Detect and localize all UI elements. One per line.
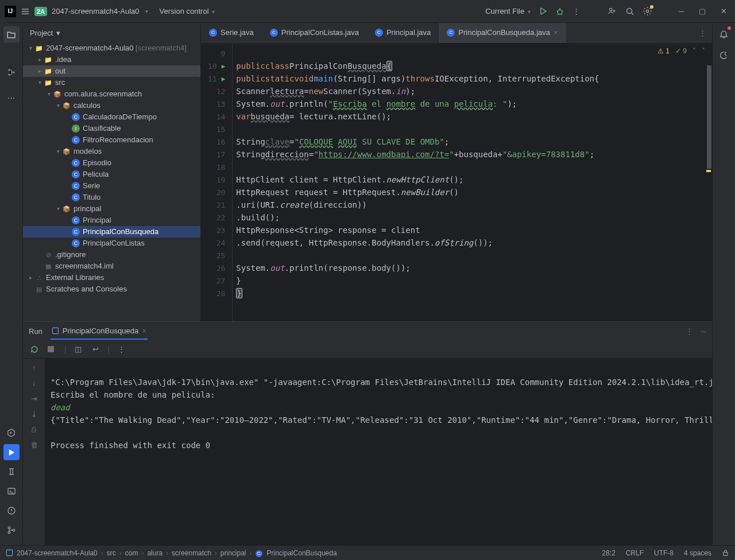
close-icon[interactable]: × [142,326,146,335]
line-separator[interactable]: CRLF [626,549,644,557]
tree-serie[interactable]: CSerie [23,180,200,192]
maximize-button[interactable]: ▢ [695,5,709,18]
trash-icon[interactable]: 🗑 [30,441,38,449]
run-file-tab[interactable]: PrincipalConBusqueda × [51,323,148,340]
tree-principal-listas[interactable]: CPrincipalConListas [23,238,200,249]
rerun-icon[interactable] [30,345,40,354]
main-menu-icon[interactable] [21,7,30,16]
tree-iml[interactable]: ▦screenmatch4.iml [23,260,200,272]
more-icon[interactable]: ⋮ [117,345,127,353]
structure-tool-icon[interactable] [3,64,20,80]
titlebar: IJ 2A 2047-screenmatch4-Aula0 ▾ Version … [0,0,735,23]
exit-icon[interactable]: ↩ [90,345,100,353]
project-tool-icon[interactable] [3,26,20,42]
problems-tool-icon[interactable] [3,503,20,519]
inspection-badges[interactable]: ⚠ 1 ✓ 9 ˄ ˅ [657,47,705,55]
tree-clasificable[interactable]: IClasificable [23,123,200,134]
crumb[interactable]: principal [220,549,246,557]
svg-point-1 [609,8,612,11]
project-tree[interactable]: ▾📁2047-screenmatch4-Aula0 [screenmatch4]… [23,42,200,321]
up-icon[interactable]: ↑ [32,363,36,372]
warning-badge[interactable]: ⚠ 1 [657,47,670,55]
tab-listas[interactable]: CPrincipalConListas.java [262,23,367,43]
settings-icon[interactable] [643,6,652,16]
vcs-menu[interactable]: Version control ▾ [160,7,215,15]
tree-titulo[interactable]: CTitulo [23,192,200,203]
run-tool-icon[interactable] [3,444,20,460]
minimize-button[interactable]: ─ [675,5,687,18]
tree-root[interactable]: ▾📁2047-screenmatch4-Aula0 [screenmatch4] [23,42,200,54]
run-output[interactable]: "C:\Program Files\Java\jdk-17\bin\java.e… [45,359,712,545]
run-gutter-icon[interactable]: ▶ [222,63,226,70]
ai-assist-icon[interactable] [716,47,732,63]
debug-icon[interactable] [555,7,564,16]
crumb[interactable]: alura [147,549,163,557]
chevron-down-icon[interactable]: ▾ [145,8,148,14]
hide-panel-icon[interactable]: ─ [701,327,706,336]
editor-tabs: CSerie.java CPrincipalConListas.java CPr… [201,23,712,44]
stop-icon[interactable] [47,345,57,353]
close-icon[interactable]: × [554,28,558,37]
run-gutter-icon[interactable]: ▶ [222,75,226,83]
tree-src[interactable]: ▾📁src [23,77,200,88]
scroll-end-icon[interactable]: ⤓ [31,410,37,418]
indent[interactable]: 4 spaces [684,549,711,557]
tab-serie[interactable]: CSerie.java [201,23,262,43]
crumb[interactable]: 2047-screenmatch4-Aula0 [17,549,98,557]
git-tool-icon[interactable] [3,522,20,538]
code-pane[interactable]: ⚠ 1 ✓ 9 ˄ ˅ 9 10▶ 11▶ 12 13 14 15 16 [201,44,712,321]
more-tools-icon[interactable]: ⋯ [3,90,20,106]
readonly-icon[interactable] [722,549,729,557]
tree-principal[interactable]: CPrincipal [23,215,200,226]
run-tab-title[interactable]: Run [29,324,42,339]
tree-ext-libs[interactable]: ▸⛬External Libraries [23,272,200,283]
breadcrumb[interactable]: 2047-screenmatch4-Aula0› src› com› alura… [6,549,597,557]
code-with-me-icon[interactable] [608,6,617,16]
tree-calc-tiempo[interactable]: CCalculadoraDeTiempo [23,111,200,123]
tree-out[interactable]: ▸📁out [23,65,200,77]
soft-wrap-icon[interactable]: ⇥ [31,394,37,403]
nav-down-icon[interactable]: ˅ [702,47,705,55]
tree-pelicula[interactable]: CPelicula [23,169,200,180]
tab-principal[interactable]: CPrincipal.java [367,23,439,43]
close-button[interactable]: ✕ [717,5,730,18]
down-icon[interactable]: ↓ [32,379,36,387]
terminal-tool-icon[interactable] [3,483,20,499]
more-icon[interactable]: ⋮ [686,327,693,336]
tree-pkg-calculos[interactable]: ▾📦calculos [23,100,200,111]
nav-up-icon[interactable]: ˄ [693,47,696,55]
run-config-selector[interactable]: Current File ▾ [485,7,531,15]
svg-point-0 [558,10,562,14]
tree-idea[interactable]: ▸📁.idea [23,54,200,65]
run-icon[interactable] [539,7,547,15]
run-toolbar: | ◫ ↩ | ⋮ [23,340,712,359]
project-name[interactable]: 2047-screenmatch4-Aula0 [52,7,139,15]
notifications-icon[interactable] [716,26,732,42]
tree-filtro[interactable]: CFiltroRecomendacion [23,134,200,146]
tree-pkg-modelos[interactable]: ▾📦modelos [23,146,200,157]
build-tool-icon[interactable] [3,464,20,480]
more-icon[interactable]: ⋮ [572,7,580,15]
crumb[interactable]: src [107,549,116,557]
print-icon[interactable]: ⎙ [32,425,36,434]
tree-principal-busqueda[interactable]: CPrincipalConBusqueda [23,226,200,238]
tab-busqueda[interactable]: CPrincipalConBusqueda.java× [439,23,566,43]
tree-episodio[interactable]: CEpisodio [23,157,200,169]
tree-pkg-root[interactable]: ▾📦com.alura.screenmatch [23,88,200,100]
ok-badge[interactable]: ✓ 9 [675,47,687,55]
code-content[interactable]: public class PrincipalConBusqueda { publ… [232,44,712,321]
svg-point-11 [13,529,15,531]
sidebar-header[interactable]: Project ▾ [23,23,200,42]
screenshot-icon[interactable]: ◫ [73,345,83,353]
tree-gitignore[interactable]: ⊘.gitignore [23,249,200,260]
crumb[interactable]: com [125,549,138,557]
services-tool-icon[interactable] [3,425,20,441]
encoding[interactable]: UTF-8 [654,549,674,557]
crumb[interactable]: PrincipalConBusqueda [267,549,337,557]
crumb[interactable]: screenmatch [172,549,211,557]
tree-pkg-principal[interactable]: ▾📦principal [23,203,200,215]
tab-more-icon[interactable]: ⋮ [693,23,712,43]
tree-scratches[interactable]: ▤Scratches and Consoles [23,283,200,295]
search-icon[interactable] [625,7,635,16]
cursor-position[interactable]: 28:2 [602,549,615,557]
